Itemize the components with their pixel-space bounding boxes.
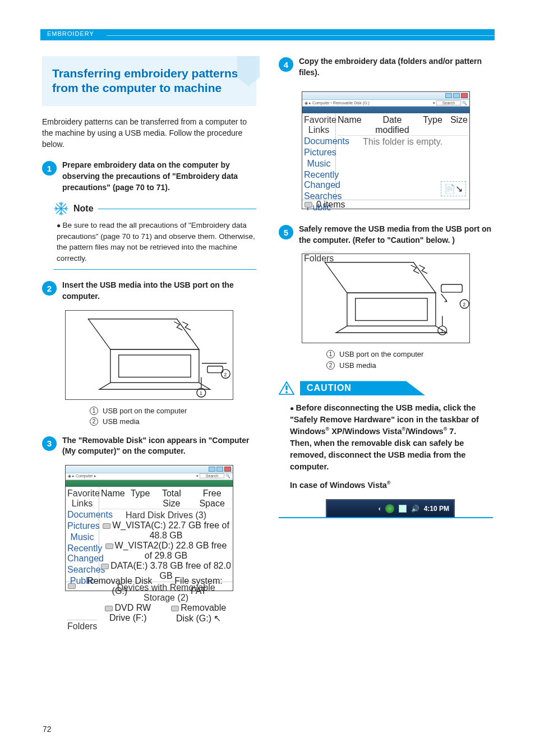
svg-text:1: 1 — [441, 329, 444, 334]
explorer1-col-freespace[interactable]: Free Space — [193, 488, 231, 509]
step-2-text: Insert the USB media into the USB port o… — [62, 280, 256, 302]
callout-2-text: USB media — [103, 416, 140, 427]
step-badge-1: 1 — [42, 161, 57, 176]
svg-text:2: 2 — [224, 371, 227, 377]
step-1-text: Prepare embroidery data on the computer … — [62, 160, 256, 193]
reg-4: ® — [387, 481, 391, 486]
explorer2-side-documents[interactable]: Documents — [304, 136, 334, 146]
caution-p3: In case of Windows Vista® — [290, 480, 491, 491]
explorer1-status-name: Removable Disk (G:) — [80, 576, 160, 596]
caution-p2: Then, when the removable disk can safely… — [290, 439, 465, 471]
step-4: 4 Copy the embroidery data (folders and/… — [279, 56, 493, 78]
callout-1-text: USB port on the computer — [103, 405, 187, 417]
step-5-text: Safely remove the USB media from the USB… — [299, 224, 493, 246]
explorer2-col-type[interactable]: Type — [423, 115, 442, 135]
intro-text: Embroidery patterns can be transferred f… — [42, 116, 256, 150]
svg-rect-20 — [285, 386, 287, 390]
explorer1-side-documents[interactable]: Documents — [67, 510, 97, 520]
step-badge-2: 2 — [42, 281, 57, 296]
caution-p1b: XP/Windows Vista — [329, 427, 402, 436]
explorer2-folders-toggle[interactable]: Folders — [304, 252, 334, 264]
caution-p1d: 7. — [447, 427, 456, 436]
page-number: 72 — [43, 725, 52, 734]
taskbar-safely-remove-icon[interactable] — [399, 505, 407, 513]
explorer2-breadcrumb: Computer › Removable Disk (G:) — [312, 101, 370, 105]
explorer2-side-recent[interactable]: Recently Changed — [304, 170, 334, 190]
note-icon — [53, 201, 69, 216]
note-top-line — [98, 209, 256, 209]
explorer2-drop-target[interactable]: 📄↘ — [441, 181, 466, 196]
header-rule — [107, 35, 495, 36]
callout-r1-text: USB port on the computer — [339, 349, 423, 360]
callout-r2-icon: 2 — [326, 361, 335, 370]
caution-block: CAUTION Before disconnecting the USB med… — [279, 381, 493, 518]
explorer1-side-pictures[interactable]: Pictures — [67, 521, 97, 531]
explorer2-col-date[interactable]: Date modified — [370, 115, 416, 135]
note-body: Be sure to read the all precautions of "… — [53, 220, 256, 270]
figure-taskbar-vista: ‹ 🔊 4:10 PM — [326, 499, 455, 518]
explorer1-drive-c[interactable]: W_VISTA(C:) 22.7 GB free of 48.8 GB — [112, 520, 229, 540]
explorer1-side-title: Favorite Links — [67, 488, 97, 509]
caution-p1: Before disconnecting the USB media, clic… — [290, 402, 491, 473]
step-badge-4: 4 — [279, 57, 293, 72]
left-column: Transferring embroidery patterns from th… — [42, 56, 256, 597]
callout-1-icon: 1 — [90, 407, 98, 415]
explorer1-group-hdd: Hard Disk Drives (3) — [101, 510, 231, 520]
caution-p1c: /Windows — [405, 427, 444, 436]
caution-title: CAUTION — [300, 381, 493, 395]
explorer1-side-music[interactable]: Music — [67, 532, 97, 542]
caution-p3a: In case of Windows Vista — [290, 481, 387, 490]
taskbar-chevron-icon[interactable]: ‹ — [379, 504, 381, 514]
figure-laptop-left: 2 1 — [65, 310, 233, 400]
callouts-right: 1USB port on the computer 2USB media — [326, 349, 493, 371]
explorer1-side-searches[interactable]: Searches — [67, 565, 97, 575]
explorer1-status-fs: File system: FAT — [167, 576, 230, 596]
explorer2-side-pictures[interactable]: Pictures — [304, 147, 334, 158]
callouts-left: 1USB port on the computer 2USB media — [90, 405, 256, 427]
note-block: Note Be sure to read the all precautions… — [53, 201, 256, 270]
callout-r2-text: USB media — [339, 360, 376, 371]
explorer2-col-size[interactable]: Size — [450, 115, 468, 135]
svg-point-21 — [285, 391, 288, 394]
step-5: 5 Safely remove the USB media from the U… — [279, 224, 493, 246]
step-4-text: Copy the embroidery data (folders and/or… — [299, 56, 493, 78]
svg-text:1: 1 — [200, 390, 202, 396]
explorer1-removable[interactable]: Removable Disk (G:) — [176, 603, 226, 623]
section-title-box: Transferring embroidery patterns from th… — [42, 56, 256, 106]
svg-rect-13 — [441, 285, 463, 293]
figure-explorer-computer: ◉ ▸ Computer ▸ ▾ Search 🔍 Favorite Links… — [65, 465, 233, 591]
explorer2-empty: This folder is empty. — [338, 137, 468, 147]
taskbar-media-center-icon[interactable] — [385, 504, 394, 513]
header-bar — [40, 29, 495, 40]
taskbar-volume-icon[interactable]: 🔊 — [411, 504, 419, 514]
explorer1-search[interactable]: Search — [200, 473, 224, 478]
explorer1-dvd[interactable]: DVD RW Drive (F:) — [109, 603, 151, 623]
svg-text:2: 2 — [463, 302, 465, 307]
step-badge-3: 3 — [42, 436, 57, 451]
taskbar-clock[interactable]: 4:10 PM — [424, 504, 449, 514]
explorer1-folders-toggle[interactable]: Folders — [67, 620, 97, 631]
explorer1-drive-d[interactable]: W_VISTA2(D:) 22.8 GB free of 29.8 GB — [115, 541, 227, 560]
explorer2-status: 0 items — [316, 200, 345, 210]
explorer1-col-totalsize[interactable]: Total Size — [155, 488, 187, 509]
svg-rect-6 — [207, 366, 223, 372]
svg-rect-12 — [356, 298, 427, 321]
step-2: 2 Insert the USB media into the USB port… — [42, 280, 256, 302]
explorer1-col-name[interactable]: Name — [101, 488, 125, 509]
explorer2-side-music[interactable]: Music — [304, 159, 334, 169]
explorer2-col-name[interactable]: Name — [338, 115, 362, 135]
section-title: Transferring embroidery patterns from th… — [52, 66, 245, 96]
explorer2-side-title: Favorite Links — [304, 115, 334, 135]
figure-explorer-removable: ◉ ▸ Computer › Removable Disk (G:) ▾ Sea… — [302, 91, 470, 209]
callout-2-icon: 2 — [90, 417, 98, 426]
step-3-text: The "Removable Disk" icon appears in "Co… — [62, 435, 256, 457]
note-title: Note — [73, 204, 94, 214]
caution-icon — [279, 381, 294, 395]
explorer1-breadcrumb: Computer — [76, 474, 93, 478]
right-column: 4 Copy the embroidery data (folders and/… — [279, 56, 493, 597]
callout-r1-icon: 1 — [326, 350, 335, 358]
explorer1-col-type[interactable]: Type — [131, 488, 150, 509]
explorer2-search[interactable]: Search — [436, 100, 461, 105]
explorer1-side-recent[interactable]: Recently Changed — [67, 543, 97, 564]
figure-laptop-right: 2 1 — [302, 253, 470, 343]
